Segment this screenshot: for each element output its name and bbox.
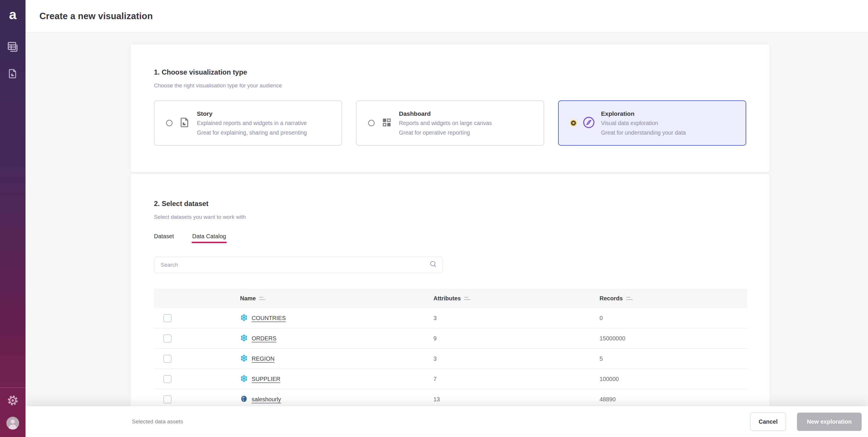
sidebar-divider <box>0 387 26 388</box>
records-value: 0 <box>599 315 747 321</box>
tab-data-catalog[interactable]: Data Catalog <box>192 233 226 243</box>
records-value: 5 <box>599 355 747 362</box>
story-desc-2: Great for explaining, sharing and presen… <box>197 128 307 138</box>
cancel-button[interactable]: Cancel <box>750 413 786 431</box>
postgresql-icon <box>240 395 248 404</box>
story-title: Story <box>197 109 307 118</box>
table-row: COUNTRIES 3 0 <box>154 308 747 328</box>
story-desc-1: Explained reports and widgets in a narra… <box>197 118 307 128</box>
footer-bar: Selected data assets Cancel New explorat… <box>26 406 868 437</box>
dataset-link[interactable]: ORDERS <box>252 335 277 342</box>
exploration-title: Exploration <box>601 109 686 118</box>
selected-data-assets-label: Selected data assets <box>132 418 183 425</box>
sidebar-item-reports[interactable] <box>0 62 26 86</box>
row-checkbox[interactable] <box>163 355 171 363</box>
snowflake-icon <box>240 334 248 343</box>
compass-icon <box>582 116 595 130</box>
table-row: REGION 3 5 <box>154 349 747 369</box>
table-row: ORDERS 9 15000000 <box>154 328 747 349</box>
main-content: 1. Choose visualization type Choose the … <box>26 33 868 437</box>
row-checkbox[interactable] <box>163 375 171 383</box>
dataset-table: Name Attributes Records <box>154 289 747 410</box>
dataset-link[interactable]: REGION <box>252 355 275 362</box>
user-avatar <box>6 416 20 431</box>
option-exploration[interactable]: Exploration Visual data exploration Grea… <box>558 100 746 146</box>
datasets-icon <box>6 40 19 55</box>
option-dashboard[interactable]: Dashboard Reports and widgets on large c… <box>356 100 544 146</box>
column-header-attributes: Attributes <box>433 295 461 302</box>
search-input[interactable] <box>161 262 429 268</box>
dashboard-title: Dashboard <box>399 109 492 118</box>
option-story[interactable]: Story Explained reports and widgets in a… <box>154 100 342 146</box>
dashboard-desc-2: Great for operative reporting <box>399 128 492 138</box>
sidebar: a <box>0 0 26 437</box>
sort-attributes-icon[interactable] <box>464 297 470 300</box>
app-logo-letter: a <box>9 8 17 21</box>
section2-title: 2. Select dataset <box>154 200 746 208</box>
search-icon[interactable] <box>429 260 437 270</box>
section2-subtitle: Select datasets you want to work with <box>154 214 746 220</box>
row-checkbox[interactable] <box>163 396 171 403</box>
records-value: 100000 <box>599 376 747 382</box>
dashboard-radio[interactable] <box>368 120 375 126</box>
search-box <box>154 257 443 273</box>
app-logo[interactable]: a <box>0 0 26 29</box>
attributes-value: 3 <box>433 315 599 321</box>
dashboard-desc-1: Reports and widgets on large canvas <box>399 118 492 128</box>
attributes-value: 13 <box>433 396 599 403</box>
story-radio[interactable] <box>166 120 173 126</box>
records-value: 48890 <box>599 396 747 403</box>
exploration-desc-1: Visual data exploration <box>601 118 686 128</box>
row-checkbox[interactable] <box>163 314 171 322</box>
table-header-row: Name Attributes Records <box>154 289 747 308</box>
attributes-value: 3 <box>433 355 599 362</box>
exploration-radio[interactable] <box>570 120 577 126</box>
page-header: Create a new visualization <box>26 0 868 32</box>
snowflake-icon <box>240 375 248 384</box>
choose-visualization-type-card: 1. Choose visualization type Choose the … <box>130 45 770 172</box>
snowflake-icon <box>240 354 248 363</box>
attributes-value: 9 <box>433 335 599 342</box>
user-menu[interactable] <box>0 410 26 437</box>
dataset-link[interactable]: COUNTRIES <box>252 315 286 321</box>
dataset-link[interactable]: saleshourly <box>252 396 281 403</box>
story-document-icon <box>179 116 191 130</box>
records-value: 15000000 <box>599 335 747 342</box>
section1-title: 1. Choose visualization type <box>154 68 746 76</box>
dataset-link[interactable]: SUPPLIER <box>252 376 280 382</box>
exploration-desc-2: Great for understanding your data <box>601 128 686 138</box>
sidebar-item-datasets[interactable] <box>0 35 26 60</box>
settings-gear-icon <box>7 395 19 407</box>
select-dataset-card: 2. Select dataset Select datasets you wa… <box>130 174 770 437</box>
table-row: SUPPLIER 7 100000 <box>154 369 747 389</box>
column-header-records: Records <box>599 295 623 302</box>
row-checkbox[interactable] <box>163 334 171 342</box>
attributes-value: 7 <box>433 376 599 382</box>
section1-subtitle: Choose the right visualisation type for … <box>154 82 746 89</box>
dataset-tabs: Dataset Data Catalog <box>154 233 746 243</box>
column-header-name: Name <box>240 295 256 302</box>
new-exploration-button[interactable]: New exploration <box>797 413 862 431</box>
sort-records-icon[interactable] <box>626 297 632 300</box>
tab-dataset[interactable]: Dataset <box>154 233 174 243</box>
snowflake-icon <box>240 314 248 323</box>
sidebar-item-settings[interactable] <box>0 392 26 410</box>
dashboard-grid-icon <box>381 117 393 129</box>
report-document-icon <box>7 68 19 81</box>
sort-name-icon[interactable] <box>259 297 266 300</box>
page-title: Create a new visualization <box>39 11 153 22</box>
